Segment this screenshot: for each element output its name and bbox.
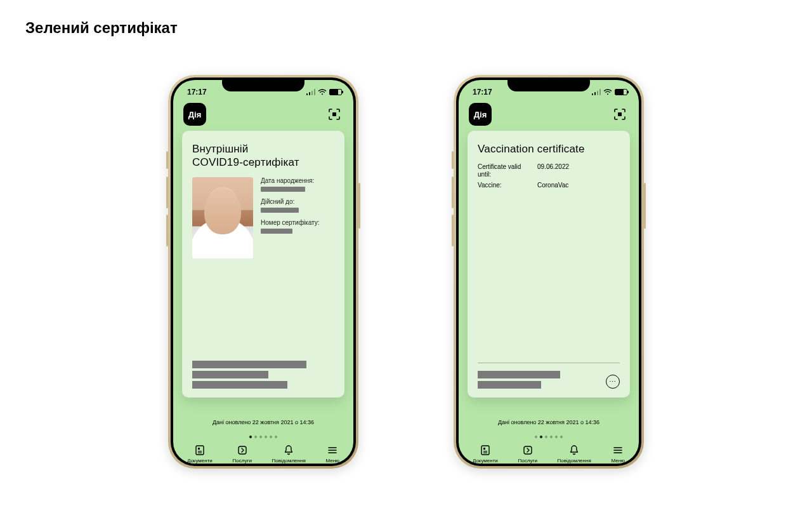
redacted-value bbox=[261, 187, 305, 192]
tab-documents[interactable]: Документи bbox=[473, 444, 498, 464]
certificate-card[interactable]: Внутрішній COVID19-сертифікат Дата народ… bbox=[182, 131, 344, 398]
side-button-icon bbox=[452, 177, 454, 208]
redacted-value bbox=[261, 208, 299, 213]
cert-number-label: Номер сертифікату: bbox=[261, 219, 334, 227]
side-button-icon bbox=[452, 151, 454, 169]
side-button-icon bbox=[166, 177, 168, 208]
vaccine-label: Vaccine: bbox=[478, 182, 522, 189]
cell-signal-icon bbox=[592, 89, 601, 95]
vaccine-value: CoronaVac bbox=[537, 182, 568, 189]
tab-notifications[interactable]: Повідомлення bbox=[272, 444, 306, 464]
clock: 17:17 bbox=[473, 88, 492, 97]
last-updated: Дані оновлено 22 жовтня 2021 о 14:36 bbox=[459, 398, 639, 429]
svg-rect-1 bbox=[196, 446, 204, 455]
svg-rect-2 bbox=[198, 448, 200, 450]
tab-label: Повідомлення bbox=[558, 458, 591, 464]
tab-label: Послуги bbox=[518, 458, 537, 464]
tab-services[interactable]: Послуги bbox=[518, 444, 537, 464]
phones-row: 17:17 Дія bbox=[0, 37, 812, 469]
more-options-button[interactable]: ⋯ bbox=[606, 375, 620, 389]
tab-services[interactable]: Послуги bbox=[233, 444, 252, 464]
redacted-name-block bbox=[478, 363, 620, 389]
svg-rect-10 bbox=[483, 453, 487, 453]
valid-until-label: Дійсний до: bbox=[261, 198, 334, 206]
tab-bar: Документи Послуги Повідомлення Меню bbox=[173, 441, 353, 464]
redacted-name-block bbox=[192, 358, 334, 389]
svg-rect-9 bbox=[483, 451, 487, 451]
tab-documents[interactable]: Документи bbox=[187, 444, 213, 464]
svg-rect-11 bbox=[524, 446, 532, 454]
tab-label: Меню bbox=[326, 458, 340, 464]
side-button-icon bbox=[644, 183, 646, 229]
redacted-value bbox=[261, 229, 292, 234]
svg-rect-8 bbox=[483, 448, 485, 450]
side-button-icon bbox=[452, 215, 454, 246]
wifi-icon bbox=[603, 89, 612, 95]
notch-icon bbox=[508, 77, 590, 91]
tab-label: Послуги bbox=[233, 458, 252, 464]
tab-label: Меню bbox=[612, 458, 625, 464]
page-dots[interactable] bbox=[459, 429, 639, 441]
side-button-icon bbox=[166, 151, 168, 169]
battery-icon bbox=[329, 89, 342, 95]
page-dots[interactable] bbox=[173, 429, 353, 441]
valid-until-label: Certificate valid until: bbox=[478, 163, 522, 178]
tab-menu[interactable]: Меню bbox=[612, 444, 625, 464]
clock: 17:17 bbox=[187, 88, 207, 97]
phone-mockup-vaccination-cert: 17:17 Дія bbox=[454, 75, 644, 469]
app-logo[interactable]: Дія bbox=[183, 103, 206, 126]
svg-rect-3 bbox=[198, 451, 202, 451]
svg-rect-5 bbox=[239, 446, 246, 454]
tab-label: Документи bbox=[187, 458, 213, 464]
tab-menu[interactable]: Меню bbox=[326, 444, 340, 464]
wifi-icon bbox=[318, 89, 327, 95]
tab-bar: Документи Послуги Повідомлення Меню bbox=[459, 441, 639, 464]
svg-rect-4 bbox=[198, 453, 202, 453]
tab-label: Повідомлення bbox=[272, 458, 306, 464]
qr-scan-button[interactable] bbox=[611, 105, 629, 123]
app-logo[interactable]: Дія bbox=[469, 103, 492, 126]
svg-rect-6 bbox=[618, 112, 622, 116]
last-updated: Дані оновлено 22 жовтня 2021 о 14:36 bbox=[173, 398, 353, 429]
side-button-icon bbox=[166, 215, 168, 246]
side-button-icon bbox=[358, 183, 360, 229]
battery-icon bbox=[615, 89, 627, 95]
card-title: Vaccination certificate bbox=[478, 142, 620, 156]
qr-scan-button[interactable] bbox=[325, 105, 343, 123]
tab-label: Документи bbox=[473, 458, 498, 464]
svg-rect-7 bbox=[481, 446, 489, 455]
card-title: Внутрішній COVID19-сертифікат bbox=[192, 142, 334, 170]
certificate-card[interactable]: Vaccination certificate Certificate vali… bbox=[468, 131, 630, 398]
page-title: Зелений сертифікат bbox=[0, 0, 812, 37]
valid-until-value: 09.06.2022 bbox=[537, 163, 569, 178]
tab-notifications[interactable]: Повідомлення bbox=[558, 444, 591, 464]
phone-mockup-internal-cert: 17:17 Дія bbox=[168, 75, 358, 469]
notch-icon bbox=[222, 77, 304, 91]
dob-label: Дата народження: bbox=[261, 177, 334, 185]
svg-rect-0 bbox=[332, 112, 336, 116]
holder-photo bbox=[192, 177, 253, 258]
cell-signal-icon bbox=[306, 89, 315, 95]
